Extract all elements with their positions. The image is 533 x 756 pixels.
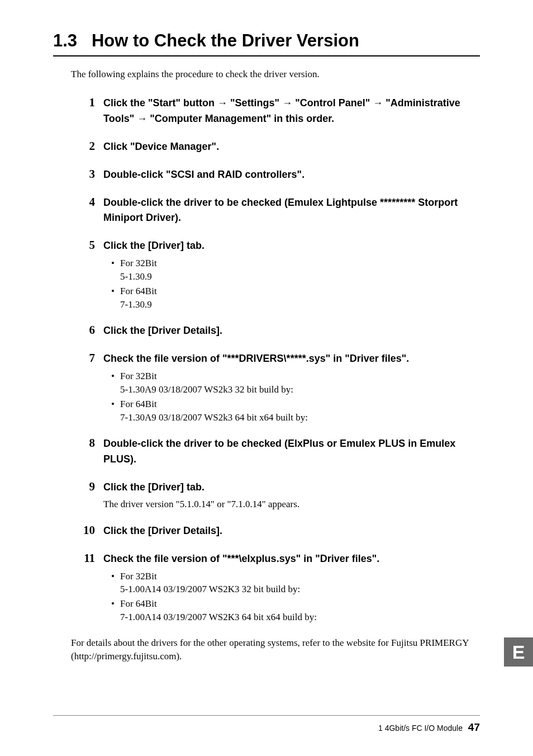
step-title: Click the [Driver] tab.: [103, 480, 480, 495]
step-body: The driver version "5.1.0.14" or "7.1.0.…: [103, 498, 480, 511]
intro-paragraph: The following explains the procedure to …: [71, 69, 480, 80]
step-title: Click the [Driver Details].: [103, 523, 480, 539]
bullet-label: For 32Bit: [120, 371, 157, 381]
step-title: Check the file version of "***\elxplus.s…: [103, 551, 480, 567]
step-5: 5 Click the [Driver] tab. For 32Bit 5-1.…: [81, 238, 480, 311]
step-8: 8 Double-click the driver to be checked …: [81, 436, 480, 467]
list-item: For 32Bit 5-1.00A14 03/19/2007 WS2K3 32 …: [120, 570, 480, 597]
step-text: "Computer Management" in this order.: [147, 113, 334, 124]
step-title: Click the [Driver Details].: [103, 323, 480, 339]
step-number: 7: [81, 351, 95, 365]
list-item: For 64Bit 7-1.30.9: [120, 285, 480, 311]
closing-paragraph: For details about the drivers for the ot…: [71, 636, 480, 664]
step-text: "Settings": [227, 97, 282, 108]
step-6: 6 Click the [Driver Details].: [81, 323, 480, 339]
step-number: 6: [81, 323, 95, 337]
step-2: 2 Click "Device Manager".: [81, 139, 480, 155]
bullet-label: For 64Bit: [120, 399, 157, 409]
step-number: 10: [81, 523, 95, 537]
step-number: 11: [81, 551, 95, 565]
bullet-label: For 32Bit: [120, 258, 157, 268]
arrow-icon: →: [282, 97, 292, 108]
step-title: Click "Device Manager".: [103, 139, 480, 155]
step-number: 2: [81, 139, 95, 153]
step-3: 3 Double-click "SCSI and RAID controller…: [81, 167, 480, 183]
step-4: 4 Double-click the driver to be checked …: [81, 195, 480, 226]
step-title: Click the "Start" button → "Settings" → …: [103, 96, 480, 127]
bullet-value: 5-1.30.9: [120, 270, 480, 284]
step-10: 10 Click the [Driver Details].: [81, 523, 480, 539]
bullet-list: For 32Bit 5-1.30A9 03/18/2007 WS2k3 32 b…: [103, 370, 480, 424]
step-number: 5: [81, 238, 95, 252]
step-7: 7 Check the file version of "***DRIVERS\…: [81, 351, 480, 424]
page-footer: 1 4Gbit/s FC I/O Module 47: [53, 715, 480, 734]
list-item: For 32Bit 5-1.30.9: [120, 257, 480, 284]
bullet-label: For 64Bit: [120, 286, 157, 296]
bullet-value: 5-1.00A14 03/19/2007 WS2K3 32 bit build …: [120, 583, 480, 596]
steps-list: 1 Click the "Start" button → "Settings" …: [81, 96, 480, 624]
step-title: Double-click the driver to be checked (E…: [103, 195, 480, 226]
step-number: 8: [81, 436, 95, 450]
footer-label: 1 4Gbit/s FC I/O Module: [378, 724, 463, 733]
step-text: Click the "Start" button: [103, 97, 217, 108]
bullet-label: For 64Bit: [120, 598, 157, 609]
bullet-list: For 32Bit 5-1.30.9 For 64Bit 7-1.30.9: [103, 257, 480, 311]
section-heading: How to Check the Driver Version: [92, 31, 359, 50]
section-number: 1.3: [53, 31, 77, 50]
step-title: Check the file version of "***DRIVERS\**…: [103, 351, 480, 367]
list-item: For 32Bit 5-1.30A9 03/18/2007 WS2k3 32 b…: [120, 370, 480, 396]
list-item: For 64Bit 7-1.30A9 03/18/2007 WS2k3 64 b…: [120, 398, 480, 424]
step-title: Double-click "SCSI and RAID controllers"…: [103, 167, 480, 183]
arrow-icon: →: [137, 113, 147, 124]
list-item: For 64Bit 7-1.00A14 03/19/2007 WS2K3 64 …: [120, 597, 480, 624]
bullet-value: 7-1.00A14 03/19/2007 WS2K3 64 bit x64 bu…: [120, 611, 480, 624]
step-11: 11 Check the file version of "***\elxplu…: [81, 551, 480, 624]
page-number: 47: [468, 721, 480, 733]
step-title: Click the [Driver] tab.: [103, 238, 480, 254]
bullet-list: For 32Bit 5-1.00A14 03/19/2007 WS2K3 32 …: [103, 570, 480, 624]
bullet-label: For 32Bit: [120, 571, 157, 582]
step-9: 9 Click the [Driver] tab. The driver ver…: [81, 480, 480, 511]
step-title: Double-click the driver to be checked (E…: [103, 436, 480, 467]
step-number: 1: [81, 96, 95, 110]
bullet-value: 7-1.30A9 03/18/2007 WS2k3 64 bit x64 bui…: [120, 411, 480, 424]
bullet-value: 7-1.30.9: [120, 298, 480, 311]
step-number: 9: [81, 480, 95, 494]
step-text: "Control Panel": [292, 97, 373, 108]
step-number: 3: [81, 167, 95, 181]
section-title: 1.3 How to Check the Driver Version: [53, 31, 480, 56]
arrow-icon: →: [217, 97, 227, 108]
step-number: 4: [81, 195, 95, 209]
language-tab: E: [504, 637, 533, 667]
step-1: 1 Click the "Start" button → "Settings" …: [81, 96, 480, 127]
arrow-icon: →: [373, 97, 383, 108]
bullet-value: 5-1.30A9 03/18/2007 WS2k3 32 bit build b…: [120, 383, 480, 396]
